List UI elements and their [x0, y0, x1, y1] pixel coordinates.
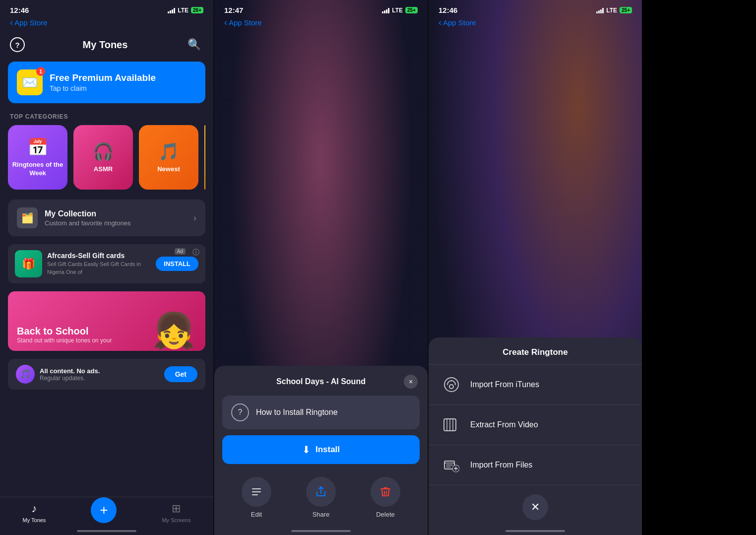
page-title: My Tones	[83, 39, 128, 51]
delete-action[interactable]: Delete	[371, 477, 400, 518]
battery-3: 25+	[620, 7, 632, 13]
modal-title: School Days - AI Sound	[238, 377, 404, 386]
ad-banner: 🎁 Afrcards-Sell Gift cards Sell Gift Car…	[8, 244, 205, 283]
bar2-2	[384, 10, 385, 13]
lte-label-3: LTE	[606, 7, 617, 14]
notification-badge: 1	[36, 67, 45, 76]
lte-label-2: LTE	[392, 7, 403, 14]
import-files-option[interactable]: Import From Files	[429, 445, 642, 485]
premium-icon-wrap: ✉️ 1	[17, 69, 43, 95]
share-action[interactable]: Share	[306, 477, 336, 518]
edit-circle	[242, 477, 271, 507]
battery-1: 26+	[191, 7, 203, 13]
my-screens-icon: ⊞	[172, 502, 181, 515]
newest-label: Newest	[157, 165, 180, 174]
school-figure-icon: 👧	[152, 310, 195, 351]
install-label: Install	[315, 445, 340, 455]
screen1: 12:46 LTE 26+ ‹ App Store ? My Tones 🔍	[0, 0, 213, 535]
category-ringtones[interactable]: 📅 Ringtones of the Week	[8, 125, 67, 190]
ad-info-icon[interactable]: ⓘ	[192, 248, 199, 257]
screen3: 12:46 LTE 25+ ‹ App Store Create Rington…	[429, 0, 642, 535]
back-nav-2[interactable]: ‹ App Store	[214, 16, 428, 32]
add-button[interactable]: +	[91, 497, 117, 523]
ad-thumbnail: 🎁	[15, 250, 42, 277]
ringtones-label: Ringtones of the Week	[8, 161, 67, 178]
premium-text: Free Premium Available Tap to claim	[50, 72, 156, 92]
category-newest[interactable]: 🎵 Newest	[139, 125, 198, 190]
share-circle	[306, 477, 336, 507]
bar3-2	[386, 9, 387, 13]
bar2	[170, 10, 171, 13]
battery-2: 25+	[405, 7, 418, 13]
bar1-2	[382, 11, 383, 13]
collection-text: My Collection Custom and favorite ringto…	[45, 209, 187, 227]
signal-bars-1	[168, 7, 175, 13]
back-label-3: App Store	[443, 18, 476, 27]
close-icon-2: ×	[409, 378, 413, 386]
premium-title: Free Premium Available	[50, 72, 156, 83]
bar4-3	[602, 8, 604, 13]
itunes-icon	[441, 374, 462, 396]
back-nav-1[interactable]: ‹ App Store	[0, 16, 213, 32]
share-icon	[315, 486, 327, 498]
back-arrow-2: ‹	[224, 17, 227, 28]
asmr-label: ASMR	[94, 165, 113, 174]
action-icons-row: Edit Share	[214, 472, 428, 518]
delete-circle	[371, 477, 400, 507]
home-indicator-1	[77, 530, 136, 532]
install-action-button[interactable]: ⬇ Install	[222, 435, 420, 464]
bar1-3	[596, 11, 598, 13]
install-button[interactable]: INSTALL	[156, 257, 198, 271]
time-2: 12:47	[224, 6, 243, 14]
chevron-right-icon: ›	[193, 213, 196, 223]
upgrade-title: All content. No ads.	[40, 367, 159, 375]
get-button[interactable]: Get	[164, 366, 197, 382]
how-to-install-row[interactable]: ? How to Install Ringtone	[222, 396, 420, 429]
import-itunes-option[interactable]: Import From iTunes	[429, 365, 642, 405]
status-right-1: LTE 26+	[168, 7, 203, 14]
status-bar-1: 12:46 LTE 26+	[0, 0, 213, 16]
extract-video-option[interactable]: Extract From Video	[429, 405, 642, 445]
school-text: Back to School Stand out with unique ton…	[17, 326, 112, 344]
top-categories-label: TOP CATEGORIES	[0, 113, 213, 125]
tab-my-tones[interactable]: ♪ My Tones	[23, 502, 46, 523]
bar3-3	[600, 9, 602, 13]
back-label-1: App Store	[14, 18, 48, 27]
status-bar-3: 12:46 LTE 25+	[429, 0, 642, 16]
home-indicator-3	[505, 530, 565, 532]
ad-text: Afrcards-Sell Gift cards Sell Gift Cards…	[47, 252, 151, 276]
category-asmr[interactable]: 🎧 ASMR	[73, 125, 133, 190]
ad-description: Sell Gift Cards Easily Sell Gift Cards i…	[47, 261, 151, 276]
edit-action[interactable]: Edit	[242, 477, 271, 518]
school-banner[interactable]: Back to School Stand out with unique ton…	[8, 291, 205, 351]
screen2: 12:47 LTE 25+ ‹ App Store School Days - …	[214, 0, 428, 535]
search-icon: 🔍	[188, 38, 201, 51]
premium-banner[interactable]: ✉️ 1 Free Premium Available Tap to claim	[8, 62, 205, 103]
create-modal-title: Create Ringtone	[429, 337, 642, 365]
status-bar-2: 12:47 LTE 25+	[214, 0, 428, 16]
help-button[interactable]: ?	[10, 37, 25, 52]
categories-row: 📅 Ringtones of the Week 🎧 ASMR 🎵 Newest	[0, 125, 213, 200]
search-button[interactable]: 🔍	[186, 36, 203, 54]
ad-title: Afrcards-Sell Gift cards	[47, 252, 151, 260]
back-nav-3[interactable]: ‹ App Store	[429, 16, 642, 32]
category-extra[interactable]	[204, 125, 205, 190]
delete-label: Delete	[376, 511, 395, 518]
my-screens-label: My Screens	[162, 517, 190, 523]
video-svg	[443, 418, 459, 431]
upgrade-bar: 🎵 All content. No ads. Regular updates. …	[8, 359, 205, 390]
signal-bars-2	[382, 7, 389, 13]
ad-label: Ad	[175, 248, 186, 255]
my-collection-row[interactable]: 🗂️ My Collection Custom and favorite rin…	[8, 200, 205, 236]
modal-close-button[interactable]: ×	[404, 375, 418, 389]
back-arrow-1: ‹	[10, 17, 13, 28]
tab-my-screens[interactable]: ⊞ My Screens	[162, 502, 190, 523]
premium-subtitle: Tap to claim	[50, 84, 156, 92]
close-create-button[interactable]: ✕	[522, 494, 548, 520]
school-title: Back to School	[17, 326, 112, 337]
trash-icon	[379, 486, 391, 498]
time-3: 12:46	[439, 6, 457, 14]
signal-bars-3	[596, 7, 604, 13]
back-label-2: App Store	[229, 18, 262, 27]
collection-subtitle: Custom and favorite ringtones	[45, 219, 187, 227]
